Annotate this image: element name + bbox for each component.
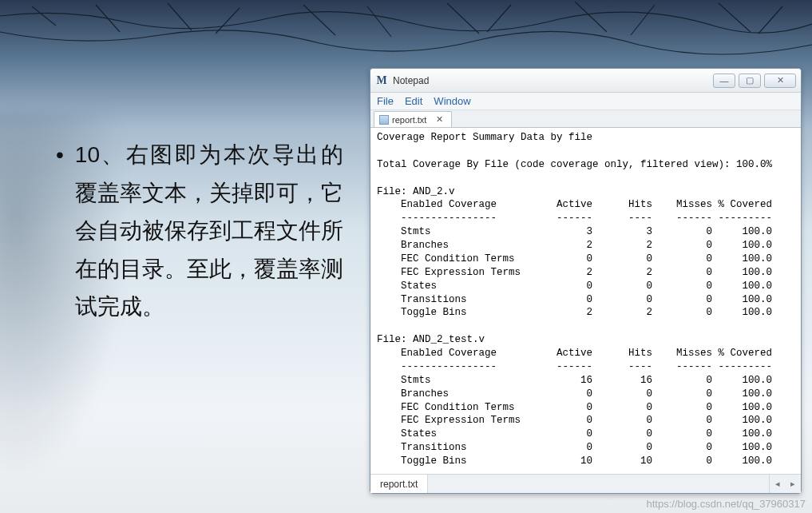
decorative-branches: [0, 0, 812, 72]
status-spacer: [428, 475, 769, 493]
menu-file[interactable]: File: [377, 95, 394, 107]
scroll-right-icon[interactable]: ▸: [790, 479, 795, 489]
statusbar: report.txt ◂ ▸: [370, 474, 801, 493]
close-button[interactable]: ✕: [764, 74, 796, 88]
notepad-window: M Notepad — ▢ ✕ File Edit Window report.…: [370, 68, 802, 494]
minimize-button[interactable]: —: [713, 74, 735, 88]
document-tab[interactable]: report.txt ✕: [374, 111, 452, 127]
maximize-button[interactable]: ▢: [739, 74, 761, 88]
maximize-icon: ▢: [746, 75, 754, 86]
titlebar[interactable]: M Notepad — ▢ ✕: [370, 69, 801, 93]
app-icon: M: [375, 74, 388, 87]
bullet-text: 10、右图即为本次导出的覆盖率文本，关掉即可，它会自动被保存到工程文件所在的目录…: [75, 136, 343, 326]
menu-window[interactable]: Window: [434, 95, 470, 107]
scroll-left-icon[interactable]: ◂: [775, 479, 780, 489]
document-tab-close[interactable]: ✕: [430, 114, 443, 125]
close-icon: ✕: [777, 75, 784, 86]
watermark: https://blog.csdn.net/qq_37960317: [647, 498, 806, 510]
slide-bullet: • 10、右图即为本次导出的覆盖率文本，关掉即可，它会自动被保存到工程文件所在的…: [56, 136, 343, 326]
menubar: File Edit Window: [370, 93, 801, 110]
minimize-icon: —: [720, 76, 729, 86]
report-text[interactable]: Coverage Report Summary Data by file Tot…: [370, 128, 801, 474]
window-title: Notepad: [393, 75, 710, 86]
status-tab[interactable]: report.txt: [370, 475, 428, 493]
bullet-marker: •: [56, 136, 64, 326]
document-tab-icon: [379, 115, 389, 125]
document-tab-label: report.txt: [392, 115, 426, 125]
document-tab-row: report.txt ✕: [370, 110, 801, 128]
menu-edit[interactable]: Edit: [405, 95, 422, 107]
status-scroll: ◂ ▸: [769, 475, 801, 493]
